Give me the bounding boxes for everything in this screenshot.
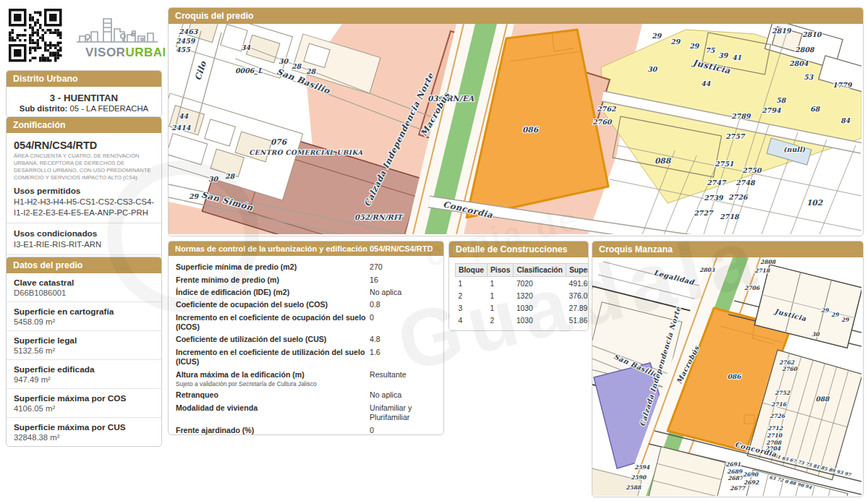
map-label: 2789 [731, 112, 752, 120]
croquis-predio-header: Croquis del predio [169, 8, 863, 24]
croquis-manzana-panel: Croquis Manzana [592, 241, 864, 497]
normas-row: Coeficiente de utilización del suelo (CU… [176, 333, 436, 346]
map-label: 2710 [767, 432, 783, 439]
map-label: 30 [278, 57, 289, 65]
map-label: 28 [292, 62, 302, 70]
croquis-predio-map[interactable]: 24632459455340006_L302828442414302829292… [169, 24, 861, 234]
map-label: 1779 [833, 81, 853, 89]
map-label: 2762 [597, 105, 617, 113]
construcciones-row: 31103027.89 m² [456, 301, 590, 314]
map-label: 53 [804, 73, 814, 81]
datos-item-label: Clave catastral [14, 278, 154, 288]
map-label: 2718 [720, 213, 740, 220]
map-label: 2690 [743, 471, 759, 478]
map-label: 052/RN/RIT [354, 213, 404, 221]
map-label: 2726 [728, 193, 749, 201]
district-name: 3 - HUENTITAN [14, 93, 154, 103]
map-label: 2706 [744, 285, 760, 291]
city-skyline-icon [77, 19, 158, 42]
normas-row: Incremento en el coeficiente de utilizac… [176, 346, 436, 369]
map-label: 2747 [707, 179, 727, 187]
map-label: 29 [831, 312, 839, 318]
map-label: 2819 [772, 27, 792, 35]
datos-item-value: 5132.56 m² [14, 346, 154, 355]
normas-row-value: 270 [370, 262, 436, 272]
normas-row-label: Frente mínimo de predio (m) [176, 275, 279, 284]
normas-row-label: Índice de edificación (IDE) (m2) [176, 288, 289, 296]
datos-item: Superficie máxima por CUS 32848.38 m² [7, 417, 161, 446]
datos-item-value: 32848.38 m² [14, 433, 154, 442]
map-label: 2588 [626, 484, 642, 491]
map-label: 29 [189, 192, 200, 200]
normas-row: Retranqueo No aplica [176, 389, 436, 401]
normas-row-label: Modalidad de vivienda [176, 403, 258, 412]
normas-row-value: 4.8 [370, 335, 436, 344]
map-label: 68 [810, 105, 821, 113]
construcciones-col: Clasificación [514, 264, 566, 277]
datos-item-label: Superficie legal [14, 335, 154, 346]
map-label: 2760 [592, 118, 613, 126]
map-label: 0006_L [235, 67, 263, 75]
normas-row-value: No aplica [370, 390, 436, 400]
croquis-predio-panel: Croquis del predio [168, 7, 864, 236]
distrito-panel: Distrito Urbano 3 - HUENTITAN Sub distri… [6, 70, 162, 118]
normas-row: Superficie mínima de predio (m2) 270 [176, 261, 436, 273]
normas-row-value: 0 [370, 313, 436, 322]
datos-item-label: Superficie máxima por CUS [14, 422, 154, 432]
map-label: 102 [807, 198, 823, 207]
map-label: 455 [176, 46, 191, 53]
map-label: 076 [271, 137, 288, 146]
normas-row-label: Altura máxima de la edificación (m) [176, 370, 305, 379]
datos-item: Clave catastral D66B1086001 [7, 273, 161, 301]
map-label: 086 [522, 125, 540, 134]
construcciones-row: 117020491.69 m² [456, 277, 590, 290]
construcciones-panel: Detalle de Construcciones BloquePisosCla… [448, 241, 589, 331]
map-label: 2718 [754, 267, 770, 274]
normas-row: Índice de edificación (IDE) (m2) No apli… [176, 286, 436, 299]
usos-condicionados-value: I3-E1-RIE-RIS-RIT-ARN [14, 239, 154, 249]
normas-row: Coeficiente de ocupación del suelo (COS)… [176, 299, 436, 311]
datos-item: Superficie edificada 947.49 m² [7, 359, 161, 388]
usos-condicionados-label: Usos condicionados [14, 228, 154, 239]
zonificacion-header: Zonificación [7, 117, 161, 133]
normas-row-value: Unifamiliar y Plurifamiliar [370, 403, 436, 422]
map-label: 2808 [795, 46, 815, 53]
map-label: 2414 [171, 124, 191, 132]
normas-row: Frente ajardinado (%) 0 [176, 424, 436, 435]
map-label: 2691 [726, 461, 741, 468]
construcciones-header: Detalle de Construcciones [449, 241, 588, 257]
construcciones-row: 42103051.86 m² [456, 314, 590, 326]
map-label: 2739 [704, 194, 724, 202]
croquis-manzana-map[interactable]: 2803280827182706292929302762276027522716… [592, 257, 861, 496]
normas-row: Incremento en el coeficiente de ocupació… [176, 312, 436, 334]
map-label: CENTRO COMERCIAL UBIKA [249, 149, 363, 156]
map-label: 2760 [782, 366, 798, 372]
construcciones-table: BloquePisosClasificaciónSuperficie 11702… [455, 263, 589, 326]
usos-permitidos-label: Usos permitidos [14, 186, 154, 196]
normas-row-value: 0 [370, 426, 436, 435]
map-label: 30 [208, 175, 219, 183]
map-label: 2687 [728, 475, 744, 481]
normas-row: Altura máxima de la edificación (m)Sujet… [176, 368, 436, 389]
map-label: 28 [306, 67, 317, 75]
datos-list: Clave catastral D66B1086001 Superficie e… [7, 273, 161, 446]
map-label: 2726 [770, 413, 786, 419]
normas-list: Superficie mínima de predio (m2) 270 Fre… [169, 256, 443, 435]
map-label: 2804 [789, 59, 809, 67]
map-label: 2689 [727, 468, 743, 475]
visor-urbano-logo: VISORURBANO [69, 9, 165, 64]
map-label: 2794 [762, 106, 781, 114]
datos-item-value: 5458.09 m² [14, 317, 154, 326]
normas-row: Frente mínimo de predio (m) 16 [176, 273, 436, 286]
map-label: 2752 [775, 390, 791, 396]
datos-item: Superficie en cartografía 5458.09 m² [7, 301, 161, 330]
datos-item: Superficie legal 5132.56 m² [7, 330, 161, 359]
normas-panel: Normas de control de la urbanización y e… [168, 241, 444, 435]
normas-row-value: 16 [370, 275, 436, 285]
map-label: 2803 [699, 267, 715, 273]
normas-row-value: 0.8 [370, 300, 436, 309]
logo-text-urbano: URBANO [125, 46, 165, 59]
map-label: 2748 [736, 179, 756, 187]
distrito-header: Distrito Urbano [7, 71, 161, 87]
map-label: 088 [655, 156, 672, 165]
